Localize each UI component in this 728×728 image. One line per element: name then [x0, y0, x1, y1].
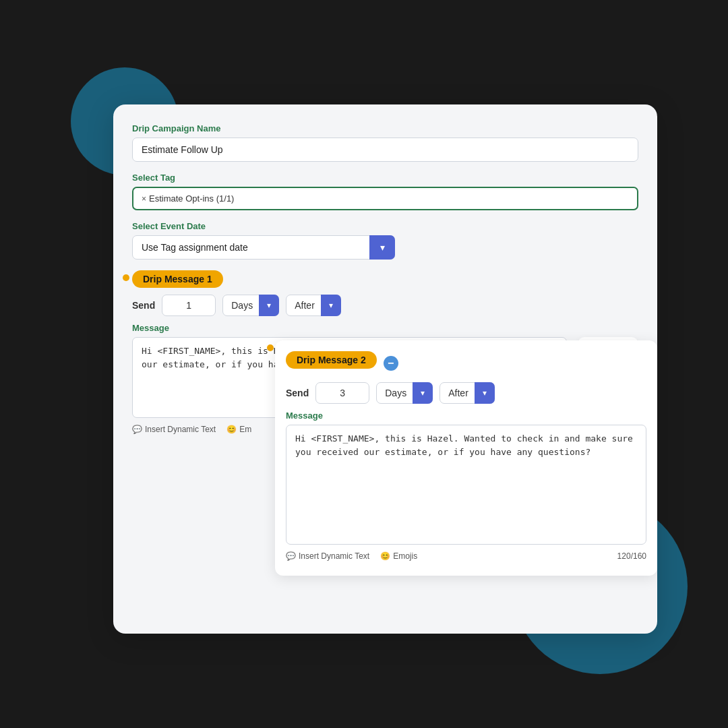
drip-1-emojis-label: Em — [239, 425, 251, 434]
drip-message-1-badge: Drip Message 1 — [132, 270, 223, 288]
drip-1-send-number-input[interactable] — [162, 295, 216, 316]
drip-2-days-select[interactable]: Days — [376, 382, 433, 404]
select-event-date-label: Select Event Date — [132, 221, 638, 231]
drip-2-after-wrapper: After ▾ — [439, 382, 495, 404]
drip-campaign-name-label: Drip Campaign Name — [132, 123, 638, 133]
drip-2-remove-button[interactable]: − — [384, 356, 398, 371]
drip-2-footer-left: 💬 Insert Dynamic Text 😊 Emojis — [286, 551, 417, 561]
tag-chip: × Estimate Opt-ins (1/1) — [142, 193, 234, 204]
drip-1-message-label: Message — [132, 323, 638, 333]
drip-1-dot — [123, 274, 129, 281]
main-form-card: Drip Campaign Name Select Tag × Estimate… — [113, 104, 657, 634]
drip-1-footer-left: 💬 Insert Dynamic Text 😊 Em — [132, 425, 251, 434]
drip-campaign-name-input[interactable] — [132, 138, 638, 162]
drip-1-emojis-btn[interactable]: 😊 Em — [226, 425, 251, 434]
drip-1-days-select[interactable]: Days — [222, 295, 279, 316]
drip-2-send-number-input[interactable] — [315, 382, 369, 404]
tag-chip-value: Estimate Opt-ins (1/1) — [149, 193, 234, 204]
drip-2-header: Drip Message 2 − — [286, 351, 646, 375]
emoji-icon: 😊 — [226, 425, 237, 434]
drip-message-2-card: Drip Message 2 − Send Days ▾ After ▾ Mes… — [275, 340, 657, 576]
drip-2-message-label: Message — [286, 411, 646, 421]
select-tag-group: Select Tag × Estimate Opt-ins (1/1) — [132, 173, 638, 210]
char-count: 120/160 — [617, 551, 646, 561]
drip-2-message-textarea[interactable]: Hi <FIRST_NAME>, this is Hazel. Wanted t… — [286, 425, 646, 545]
drip-2-dot — [267, 344, 274, 351]
drip-2-message-footer: 💬 Insert Dynamic Text 😊 Emojis 120/160 — [286, 547, 646, 565]
drip-1-send-label: Send — [132, 300, 155, 311]
select-tag-label: Select Tag — [132, 173, 638, 183]
drip-1-days-wrapper: Days ▾ — [222, 295, 279, 316]
drip-1-after-select[interactable]: After — [286, 295, 341, 316]
select-event-date-group: Select Event Date Use Tag assignment dat… — [132, 221, 638, 260]
chat-icon: 💬 — [132, 425, 142, 434]
tag-remove-button[interactable]: × — [142, 194, 146, 204]
drip-2-emojis-btn[interactable]: 😊 Emojis — [380, 551, 417, 561]
tag-input-field[interactable]: × Estimate Opt-ins (1/1) — [132, 187, 638, 210]
emoji-icon-2: 😊 — [380, 551, 390, 561]
drip-2-insert-dynamic-text-btn[interactable]: 💬 Insert Dynamic Text — [286, 551, 369, 561]
drip-campaign-name-group: Drip Campaign Name — [132, 123, 638, 162]
drip-2-send-row: Send Days ▾ After ▾ — [286, 382, 646, 404]
event-date-select[interactable]: Use Tag assignment date — [132, 235, 395, 260]
drip-2-after-select[interactable]: After — [439, 382, 495, 404]
event-date-select-wrapper: Use Tag assignment date ▾ — [132, 235, 395, 260]
chat-icon-2: 💬 — [286, 551, 296, 561]
drip-2-send-label: Send — [286, 388, 309, 398]
drip-message-2-badge: Drip Message 2 — [286, 351, 377, 369]
drip-1-after-wrapper: After ▾ — [286, 295, 341, 316]
drip-2-days-wrapper: Days ▾ — [376, 382, 433, 404]
drip-1-send-row: Send Days ▾ After ▾ — [132, 295, 638, 316]
drip-1-insert-dynamic-text-btn[interactable]: 💬 Insert Dynamic Text — [132, 425, 216, 434]
